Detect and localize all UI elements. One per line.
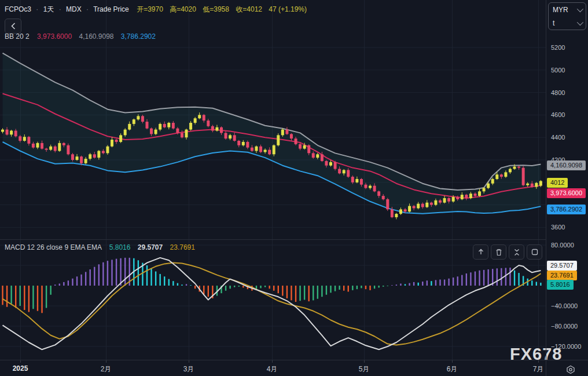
maximize-pane-button[interactable] — [527, 244, 542, 260]
candle-body — [522, 168, 525, 185]
candle-body — [119, 135, 122, 142]
candle-body — [84, 159, 87, 163]
candle-body — [45, 149, 48, 150]
candle-body — [145, 122, 148, 129]
time-tick — [20, 360, 21, 363]
symbol-name[interactable]: FCPOc3 — [5, 5, 31, 13]
candle-body — [377, 191, 380, 196]
settings-icon[interactable] — [565, 365, 576, 374]
back-button[interactable] — [5, 19, 21, 34]
price-axis[interactable]: MYR t 520050004800460044004200360080.000… — [546, 0, 588, 376]
price-tick: 5000 — [551, 66, 565, 74]
bb-indicator-legend[interactable]: BB 20 2 3,973.6000 4,160.9098 3,786.2902 — [5, 32, 161, 41]
candle-body — [334, 162, 337, 169]
candle-body — [181, 133, 183, 137]
separator: · — [59, 5, 61, 13]
candle-body — [439, 200, 442, 203]
macd-hist-value: 5.8016 — [109, 243, 131, 251]
candle-body — [19, 136, 21, 141]
macd-title[interactable]: MACD 12 26 close 9 EMA EMA — [5, 243, 101, 251]
candle-body — [338, 169, 341, 174]
candle-body — [259, 147, 262, 152]
price-tick: 4800 — [551, 89, 565, 97]
candle-body — [273, 145, 275, 155]
candle-body — [106, 147, 109, 154]
bb-title[interactable]: BB 20 2 — [5, 32, 30, 41]
candle-body — [225, 133, 227, 138]
candle-body — [203, 115, 205, 121]
time-axis[interactable]: 20252月3月4月5月6月7月 — [0, 360, 588, 376]
candle-body — [491, 179, 494, 184]
price-pane: FCPOc3 · 1天 · MDX · Trade Price 开=3970 高… — [0, 0, 546, 239]
candle-body — [76, 156, 79, 160]
candle-body — [71, 154, 74, 160]
candle-body — [421, 204, 424, 207]
candle-body — [347, 170, 350, 177]
candle-body — [41, 143, 43, 149]
candle-body — [251, 148, 253, 151]
candle-body — [303, 145, 306, 149]
delete-pane-button[interactable] — [491, 244, 506, 260]
candle-body — [417, 204, 420, 209]
high-value: 高=4020 — [170, 5, 196, 13]
collapse-pane-button[interactable] — [509, 244, 524, 260]
time-axis-label: 6月 — [447, 364, 458, 374]
macd-chart-canvas[interactable] — [0, 240, 546, 360]
price-tick: 4600 — [551, 111, 565, 119]
candle-body — [531, 184, 534, 187]
move-pane-up-button[interactable] — [473, 244, 488, 260]
price-tick: 4400 — [551, 133, 565, 141]
candle-body — [535, 183, 538, 187]
candle-body — [255, 147, 258, 151]
candle-body — [23, 137, 26, 141]
currency-value: MYR — [553, 6, 568, 14]
currency-select[interactable]: MYR — [549, 3, 586, 16]
macd-tick: −40.0000 — [551, 302, 578, 310]
chevron-down-icon — [577, 5, 583, 12]
candle-body — [67, 145, 69, 155]
unit-select[interactable]: t — [549, 16, 586, 30]
candle-body — [443, 198, 446, 203]
time-axis-label: 3月 — [183, 364, 194, 374]
candle-body — [425, 203, 428, 207]
candle-body — [295, 138, 297, 144]
macd-signal-value: 23.7691 — [170, 243, 195, 251]
low-value: 低=3958 — [203, 5, 229, 13]
bb-lower-value: 3,786.2902 — [121, 32, 156, 41]
ohlc-values: 开=3970 高=4020 低=3958 收=4012 47 (+1.19%) — [137, 5, 311, 13]
price-label: 4,160.9098 — [547, 160, 586, 170]
candle-body — [211, 126, 214, 131]
candle-body — [198, 115, 201, 118]
candle-body — [447, 198, 450, 202]
candle-body — [434, 200, 437, 205]
pane-toolbar — [473, 244, 542, 260]
candle-body — [321, 154, 324, 161]
macd-value-label: 29.5707 — [547, 261, 577, 271]
candle-body — [495, 174, 498, 179]
interval-label[interactable]: 1天 — [43, 5, 54, 13]
maximize-icon — [531, 249, 538, 255]
macd-indicator-legend[interactable]: MACD 12 26 close 9 EMA EMA 5.8016 29.570… — [5, 243, 200, 251]
candle-body — [137, 116, 139, 119]
candle-body — [408, 206, 411, 212]
separator: · — [86, 5, 89, 13]
candle-body — [369, 186, 372, 188]
time-axis-label: 5月 — [359, 364, 370, 374]
axis-unit-box: MYR t — [548, 2, 586, 30]
candle-body — [500, 174, 503, 177]
collapse-icon — [513, 249, 520, 256]
chevron-down-icon — [577, 19, 583, 25]
symbol-legend[interactable]: FCPOc3 · 1天 · MDX · Trade Price 开=3970 高… — [5, 5, 311, 14]
candle-body — [63, 143, 65, 145]
candle-body — [391, 209, 394, 217]
candle-body — [360, 179, 363, 185]
candle-body — [185, 130, 188, 138]
candle-body — [386, 199, 389, 209]
candle-body — [14, 131, 17, 137]
candle-body — [124, 130, 127, 136]
candle-body — [469, 194, 472, 198]
candle-body — [89, 154, 91, 159]
candle-body — [382, 196, 385, 199]
candle-body — [133, 119, 135, 124]
candle-body — [128, 124, 131, 130]
